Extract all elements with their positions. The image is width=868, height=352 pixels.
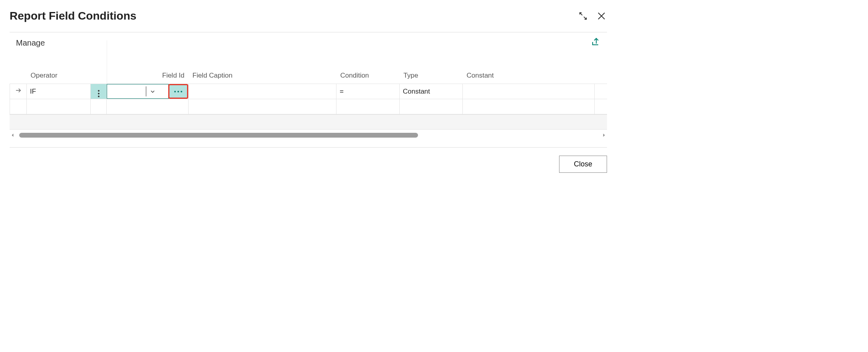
dialog-report-field-conditions: Report Field Conditions Manage	[0, 0, 617, 177]
cell-constant[interactable]	[463, 99, 595, 114]
table-row[interactable]	[10, 99, 607, 114]
grid-header-row: Operator Field Id Field Caption Conditio…	[10, 68, 607, 84]
more-horizontal-icon	[174, 91, 182, 92]
row-indicator[interactable]	[10, 99, 27, 114]
expand-icon[interactable]	[577, 10, 589, 22]
row-menu-button[interactable]	[91, 84, 107, 99]
grid-footer-blank	[10, 114, 607, 130]
dialog-header: Report Field Conditions	[10, 10, 607, 22]
scroll-right-icon[interactable]	[601, 132, 607, 138]
field-id-input[interactable]	[109, 86, 146, 96]
scroll-left-icon[interactable]	[10, 132, 16, 138]
close-icon[interactable]	[596, 10, 607, 22]
col-header-constant[interactable]: Constant	[463, 68, 595, 84]
scroll-thumb[interactable]	[19, 133, 418, 138]
cell-remainder	[595, 84, 607, 99]
header-actions	[577, 10, 607, 22]
manage-menu[interactable]: Manage	[16, 38, 45, 48]
drilldown-button[interactable]	[168, 84, 188, 99]
field-id-dropdown[interactable]	[107, 84, 169, 99]
conditions-grid: Operator Field Id Field Caption Conditio…	[10, 68, 607, 114]
dialog-title: Report Field Conditions	[10, 10, 136, 22]
cell-condition[interactable]	[336, 99, 400, 114]
cell-field-caption[interactable]	[189, 84, 336, 99]
col-header-type[interactable]: Type	[400, 68, 463, 84]
toolbar: Manage	[10, 32, 607, 53]
share-icon[interactable]	[591, 37, 601, 48]
chevron-down-icon[interactable]	[146, 88, 159, 95]
horizontal-scrollbar[interactable]	[10, 130, 607, 141]
col-header-menu	[91, 68, 107, 84]
cell-condition[interactable]: =	[336, 84, 400, 99]
cell-field-caption[interactable]	[189, 99, 336, 114]
col-header-selector	[10, 68, 27, 84]
cell-remainder	[595, 99, 607, 114]
cell-operator[interactable]: IF	[27, 84, 91, 99]
cell-field-id[interactable]	[107, 99, 189, 114]
grid-container: Operator Field Id Field Caption Conditio…	[10, 68, 607, 141]
col-header-condition[interactable]: Condition	[336, 68, 400, 84]
cell-operator[interactable]	[27, 99, 91, 114]
cell-constant[interactable]	[463, 84, 595, 99]
close-button[interactable]: Close	[559, 156, 607, 173]
cell-field-id[interactable]	[107, 84, 189, 99]
row-indicator[interactable]	[10, 84, 27, 99]
col-header-field-caption[interactable]: Field Caption	[189, 68, 336, 84]
table-row[interactable]: IF	[10, 84, 607, 99]
dialog-footer: Close	[10, 147, 607, 173]
col-header-operator[interactable]: Operator	[27, 68, 91, 84]
col-header-field-id[interactable]: Field Id	[107, 68, 189, 84]
more-vertical-icon	[98, 90, 100, 97]
cell-type[interactable]: Constant	[400, 84, 463, 99]
scroll-track[interactable]	[19, 133, 597, 138]
row-menu-placeholder	[91, 99, 107, 114]
cell-type[interactable]	[400, 99, 463, 114]
col-header-remainder	[595, 68, 607, 84]
